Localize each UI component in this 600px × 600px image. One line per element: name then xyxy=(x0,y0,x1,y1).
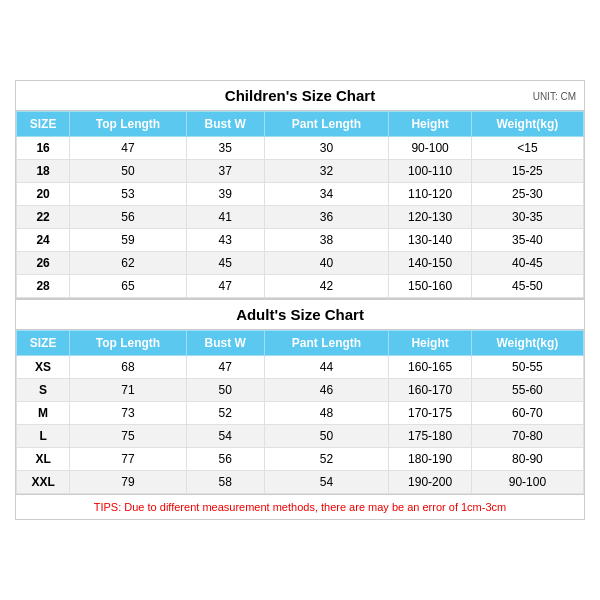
table-row: XS684744160-16550-55 xyxy=(17,356,584,379)
table-cell: 37 xyxy=(186,160,264,183)
children-col-header: Height xyxy=(389,112,471,137)
table-row: 18503732100-11015-25 xyxy=(17,160,584,183)
table-cell: 90-100 xyxy=(471,471,583,494)
adult-col-header: SIZE xyxy=(17,331,70,356)
table-cell: 100-110 xyxy=(389,160,471,183)
table-row: S715046160-17055-60 xyxy=(17,379,584,402)
table-cell: 140-150 xyxy=(389,252,471,275)
table-cell: 71 xyxy=(70,379,187,402)
table-cell: 50 xyxy=(186,379,264,402)
table-cell: 47 xyxy=(70,137,187,160)
table-cell: 80-90 xyxy=(471,448,583,471)
table-cell: 16 xyxy=(17,137,70,160)
children-header-row: SIZETop LengthBust WPant LengthHeightWei… xyxy=(17,112,584,137)
table-cell: 38 xyxy=(264,229,389,252)
table-row: 1647353090-100<15 xyxy=(17,137,584,160)
table-cell: 41 xyxy=(186,206,264,229)
table-row: 22564136120-13030-35 xyxy=(17,206,584,229)
table-cell: 180-190 xyxy=(389,448,471,471)
table-cell: 73 xyxy=(70,402,187,425)
table-cell: 26 xyxy=(17,252,70,275)
adult-header-row: SIZETop LengthBust WPant LengthHeightWei… xyxy=(17,331,584,356)
children-col-header: Top Length xyxy=(70,112,187,137)
children-col-header: Bust W xyxy=(186,112,264,137)
table-cell: 20 xyxy=(17,183,70,206)
adult-col-header: Height xyxy=(389,331,471,356)
table-cell: 50 xyxy=(70,160,187,183)
table-cell: 28 xyxy=(17,275,70,298)
table-cell: 44 xyxy=(264,356,389,379)
table-cell: 45 xyxy=(186,252,264,275)
table-cell: 170-175 xyxy=(389,402,471,425)
table-cell: 48 xyxy=(264,402,389,425)
children-col-header: Pant Length xyxy=(264,112,389,137)
table-cell: M xyxy=(17,402,70,425)
table-cell: XS xyxy=(17,356,70,379)
children-table: SIZETop LengthBust WPant LengthHeightWei… xyxy=(16,111,584,298)
table-cell: 22 xyxy=(17,206,70,229)
table-cell: 35 xyxy=(186,137,264,160)
table-cell: 77 xyxy=(70,448,187,471)
table-cell: 47 xyxy=(186,356,264,379)
table-cell: 130-140 xyxy=(389,229,471,252)
tips-row: TIPS: Due to different measurement metho… xyxy=(16,494,584,519)
table-cell: 36 xyxy=(264,206,389,229)
table-cell: 42 xyxy=(264,275,389,298)
adult-col-header: Top Length xyxy=(70,331,187,356)
table-cell: 54 xyxy=(186,425,264,448)
table-cell: 52 xyxy=(186,402,264,425)
table-cell: 18 xyxy=(17,160,70,183)
table-cell: 62 xyxy=(70,252,187,275)
children-title-row: Children's Size Chart UNIT: CM xyxy=(16,81,584,111)
table-cell: 45-50 xyxy=(471,275,583,298)
table-cell: 43 xyxy=(186,229,264,252)
table-cell: 39 xyxy=(186,183,264,206)
table-row: 26624540140-15040-45 xyxy=(17,252,584,275)
table-cell: 34 xyxy=(264,183,389,206)
table-cell: 110-120 xyxy=(389,183,471,206)
table-cell: 75 xyxy=(70,425,187,448)
table-cell: 32 xyxy=(264,160,389,183)
table-row: M735248170-17560-70 xyxy=(17,402,584,425)
unit-label: UNIT: CM xyxy=(533,90,576,101)
table-row: XL775652180-19080-90 xyxy=(17,448,584,471)
table-cell: 175-180 xyxy=(389,425,471,448)
table-cell: 190-200 xyxy=(389,471,471,494)
table-cell: 79 xyxy=(70,471,187,494)
children-col-header: SIZE xyxy=(17,112,70,137)
table-cell: 50-55 xyxy=(471,356,583,379)
tips-text: TIPS: Due to different measurement metho… xyxy=(94,501,506,513)
table-cell: 59 xyxy=(70,229,187,252)
table-cell: 30 xyxy=(264,137,389,160)
table-row: 28654742150-16045-50 xyxy=(17,275,584,298)
table-row: 20533934110-12025-30 xyxy=(17,183,584,206)
table-cell: 24 xyxy=(17,229,70,252)
table-cell: L xyxy=(17,425,70,448)
size-chart-wrapper: Children's Size Chart UNIT: CM SIZETop L… xyxy=(15,80,585,520)
table-cell: 58 xyxy=(186,471,264,494)
table-cell: 150-160 xyxy=(389,275,471,298)
table-cell: XL xyxy=(17,448,70,471)
table-cell: 90-100 xyxy=(389,137,471,160)
table-cell: 15-25 xyxy=(471,160,583,183)
children-chart-title: Children's Size Chart xyxy=(225,87,375,104)
adult-title-row: Adult's Size Chart xyxy=(16,298,584,330)
table-cell: 56 xyxy=(70,206,187,229)
adult-chart-title: Adult's Size Chart xyxy=(236,306,364,323)
children-col-header: Weight(kg) xyxy=(471,112,583,137)
table-cell: 70-80 xyxy=(471,425,583,448)
table-cell: 40 xyxy=(264,252,389,275)
table-cell: 60-70 xyxy=(471,402,583,425)
table-cell: 160-165 xyxy=(389,356,471,379)
adult-col-header: Weight(kg) xyxy=(471,331,583,356)
table-row: L755450175-18070-80 xyxy=(17,425,584,448)
table-cell: 56 xyxy=(186,448,264,471)
adult-col-header: Bust W xyxy=(186,331,264,356)
table-cell: 120-130 xyxy=(389,206,471,229)
table-cell: XXL xyxy=(17,471,70,494)
table-cell: 160-170 xyxy=(389,379,471,402)
table-cell: 46 xyxy=(264,379,389,402)
table-cell: 55-60 xyxy=(471,379,583,402)
adult-table: SIZETop LengthBust WPant LengthHeightWei… xyxy=(16,330,584,494)
table-cell: 30-35 xyxy=(471,206,583,229)
